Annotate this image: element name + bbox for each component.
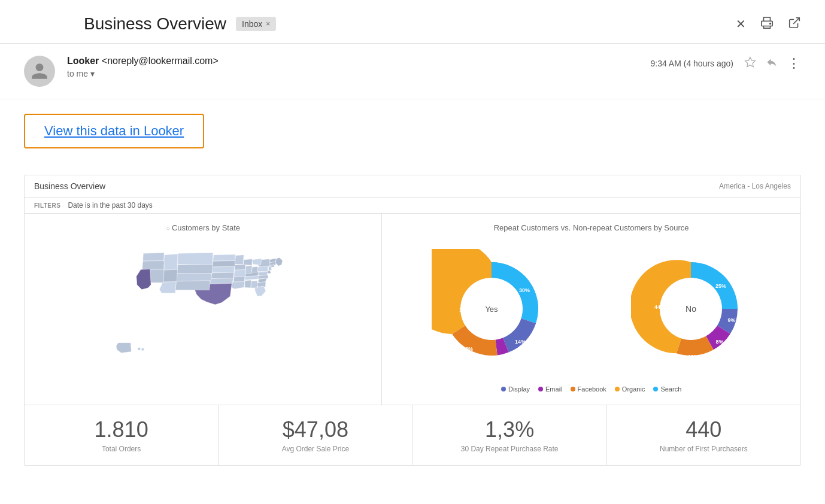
donut-no-chart: No 25% 9% 8% 13% 44%	[631, 249, 751, 369]
legend-organic-label: Organic	[622, 385, 645, 393]
legend-search: Search	[653, 385, 681, 393]
inbox-close-icon[interactable]: ×	[266, 20, 270, 28]
header-icons: ✕	[736, 16, 801, 32]
svg-text:25%: 25%	[715, 283, 726, 289]
reply-icon[interactable]	[766, 56, 778, 71]
chart-legend: Display Email Facebook Organic	[392, 381, 791, 395]
avatar-icon	[30, 62, 49, 81]
print-icon[interactable]	[760, 16, 774, 32]
stat-avg-order-value: $47,08	[228, 417, 402, 442]
donut-chart-title: Repeat Customers vs. Non-repeat Customer…	[392, 223, 791, 232]
donut-yes: Yes 30% 14% 4% 18% 35%	[432, 249, 551, 369]
stat-first-purchasers: 440 Number of First Purchasers	[607, 405, 800, 465]
sender-to-text: to me	[67, 69, 88, 78]
stat-repeat-rate: 1,3% 30 Day Repeat Purchase Rate	[413, 405, 607, 465]
email-body: View this data in Looker Business Overvi…	[0, 99, 825, 480]
dashboard-header: Business Overview America - Los Angeles	[25, 175, 800, 198]
sender-name: Looker	[67, 56, 99, 66]
stat-first-purchasers-label: Number of First Purchasers	[617, 445, 791, 453]
stat-repeat-rate-label: 30 Day Repeat Purchase Rate	[423, 445, 597, 453]
avatar	[24, 56, 55, 87]
donut-panel: Repeat Customers vs. Non-repeat Customer…	[382, 214, 800, 405]
svg-text:18%: 18%	[462, 346, 473, 352]
svg-text:No: No	[686, 304, 696, 314]
donut-no: No 25% 9% 8% 13% 44%	[631, 249, 751, 369]
dashboard-embed: Business Overview America - Los Angeles …	[24, 175, 801, 466]
sender-actions: ⋮	[744, 56, 801, 71]
email-header: Business Overview Inbox × ✕	[0, 0, 825, 44]
legend-facebook-label: Facebook	[578, 385, 606, 393]
sender-time: 9:34 AM (4 hours ago)	[650, 59, 733, 68]
email-title: Business Overview	[84, 14, 226, 34]
legend-display-label: Display	[508, 385, 530, 393]
sender-email: <noreply@lookermail.com>	[102, 56, 219, 66]
legend-display-dot	[501, 387, 506, 391]
inbox-label: Inbox	[242, 19, 262, 29]
view-looker-container: View this data in Looker	[24, 114, 801, 163]
sender-to: to me ▾	[67, 69, 650, 78]
filter-value: Date is in the past 30 days	[68, 201, 152, 210]
svg-point-1	[770, 23, 771, 24]
donut-yes-chart: Yes 30% 14% 4% 18% 35%	[432, 249, 551, 369]
sender-info: Looker <noreply@lookermail.com> to me ▾	[67, 56, 650, 78]
stat-total-orders-label: Total Orders	[34, 445, 208, 453]
legend-email-dot	[538, 387, 543, 391]
view-looker-link[interactable]: View this data in Looker	[24, 114, 204, 148]
donuts-container: Yes 30% 14% 4% 18% 35%	[392, 237, 791, 381]
legend-display: Display	[501, 385, 530, 393]
sender-to-chevron[interactable]: ▾	[90, 69, 95, 78]
more-icon[interactable]: ⋮	[787, 56, 801, 71]
charts-row: ○ Customers by State	[25, 214, 800, 405]
legend-email-label: Email	[545, 385, 562, 393]
sender-meta: 9:34 AM (4 hours ago) ⋮	[650, 56, 801, 71]
email-title-area: Business Overview Inbox ×	[84, 14, 276, 34]
svg-text:13%: 13%	[688, 354, 699, 360]
dashboard-timezone: America - Los Angeles	[719, 182, 791, 190]
stat-repeat-rate-value: 1,3%	[423, 417, 597, 442]
collapse-icon[interactable]: ✕	[736, 17, 746, 31]
svg-marker-3	[745, 57, 756, 66]
star-icon[interactable]	[744, 56, 756, 71]
dashboard-title: Business Overview	[34, 181, 105, 191]
legend-organic: Organic	[615, 385, 645, 393]
stat-total-orders-value: 1.810	[34, 417, 208, 442]
svg-text:Yes: Yes	[485, 305, 498, 314]
svg-text:30%: 30%	[519, 287, 530, 293]
sender-name-line: Looker <noreply@lookermail.com>	[67, 56, 650, 66]
svg-text:44%: 44%	[654, 304, 665, 310]
us-map-svg	[92, 246, 314, 372]
dashboard-filters: FILTERS Date is in the past 30 days	[25, 198, 800, 214]
stat-first-purchasers-value: 440	[617, 417, 791, 442]
stats-row: 1.810 Total Orders $47,08 Avg Order Sale…	[25, 405, 800, 465]
filters-label: FILTERS	[34, 202, 60, 209]
inbox-badge: Inbox ×	[236, 17, 276, 31]
svg-text:8%: 8%	[716, 339, 724, 345]
sender-row: Looker <noreply@lookermail.com> to me ▾ …	[0, 44, 825, 99]
map-container	[34, 237, 372, 381]
stat-total-orders: 1.810 Total Orders	[25, 405, 219, 465]
legend-facebook-dot	[571, 387, 575, 391]
open-external-icon[interactable]	[788, 16, 801, 32]
legend-facebook: Facebook	[571, 385, 606, 393]
svg-line-2	[793, 17, 799, 23]
svg-text:9%: 9%	[728, 317, 736, 323]
svg-text:14%: 14%	[515, 339, 526, 345]
map-panel: ○ Customers by State	[25, 214, 382, 405]
legend-organic-dot	[615, 387, 620, 391]
svg-text:35%: 35%	[459, 307, 470, 313]
legend-email: Email	[538, 385, 562, 393]
stat-avg-order-label: Avg Order Sale Price	[228, 445, 402, 453]
svg-text:4%: 4%	[487, 355, 495, 361]
map-chart-title: ○ Customers by State	[34, 223, 372, 232]
legend-search-label: Search	[660, 385, 681, 393]
legend-search-dot	[653, 387, 658, 391]
stat-avg-order: $47,08 Avg Order Sale Price	[219, 405, 412, 465]
